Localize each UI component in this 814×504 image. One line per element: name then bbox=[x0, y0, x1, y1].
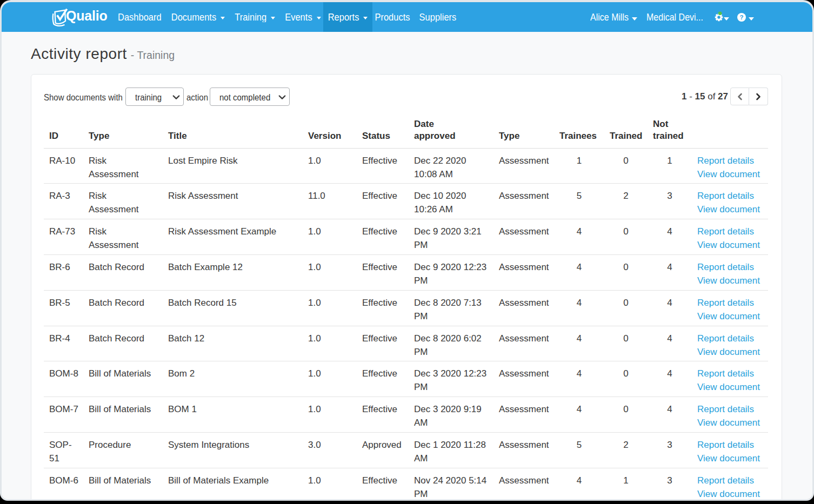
svg-text:?: ? bbox=[739, 14, 743, 21]
